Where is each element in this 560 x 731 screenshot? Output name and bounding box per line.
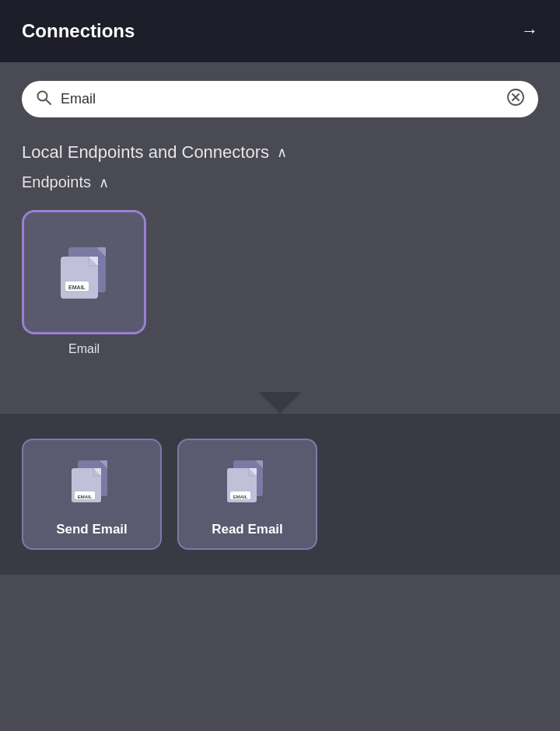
clear-search-icon[interactable] [507, 89, 524, 110]
endpoints-chevron: ∧ [99, 174, 109, 191]
endpoints-grid: EMAIL Email [22, 210, 538, 356]
svg-text:EMAIL: EMAIL [233, 495, 248, 499]
search-icon [36, 89, 51, 109]
email-card-icon-wrap: EMAIL [22, 210, 146, 334]
endpoints-label: Endpoints [22, 173, 91, 191]
local-endpoints-chevron: ∧ [277, 144, 287, 161]
read-email-label: Read Email [212, 522, 283, 537]
svg-line-1 [47, 100, 51, 105]
search-input[interactable] [61, 91, 507, 107]
send-email-action-card[interactable]: EMAIL Send Email [22, 439, 162, 550]
collapse-icon[interactable]: → [521, 21, 538, 41]
svg-rect-9 [61, 257, 98, 299]
read-email-action-card[interactable]: EMAIL Read Email [177, 439, 317, 550]
svg-point-0 [38, 92, 47, 101]
endpoints-subsection-header[interactable]: Endpoints ∧ [22, 173, 538, 191]
send-email-label: Send Email [56, 522, 128, 537]
triangle-indicator [258, 392, 302, 414]
search-bar [22, 81, 538, 117]
local-endpoints-label: Local Endpoints and Connectors [22, 142, 269, 163]
email-endpoint-card[interactable]: EMAIL Email [22, 210, 146, 356]
main-content: Local Endpoints and Connectors ∧ Endpoin… [0, 62, 560, 375]
local-endpoints-section-header[interactable]: Local Endpoints and Connectors ∧ [22, 142, 538, 163]
svg-text:EMAIL: EMAIL [68, 285, 86, 290]
email-card-label: Email [68, 342, 100, 356]
page-title: Connections [22, 20, 135, 42]
bottom-panel: EMAIL Send Email EMAIL Read Email [0, 414, 560, 575]
header: Connections → [0, 0, 560, 62]
divider [0, 375, 560, 414]
svg-text:EMAIL: EMAIL [78, 495, 93, 499]
